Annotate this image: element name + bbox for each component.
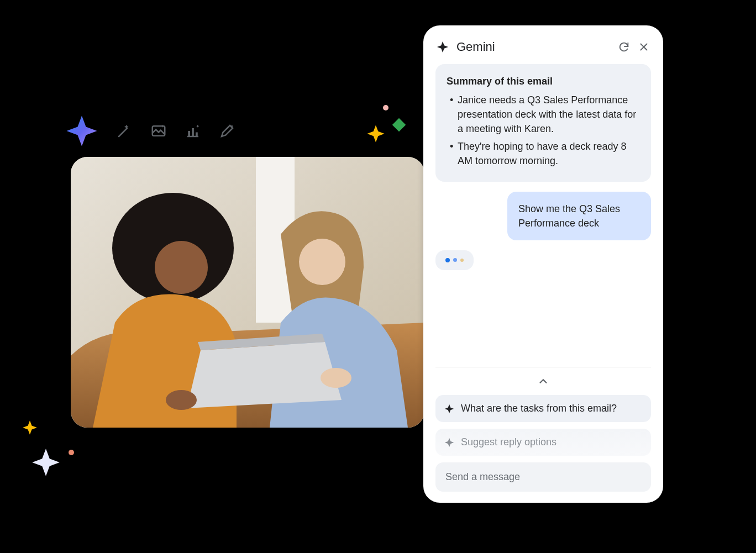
image-sparkle-icon[interactable] [150, 123, 167, 139]
svg-point-12 [383, 105, 389, 110]
summary-item: They're hoping to have a deck ready 8 AM… [447, 139, 640, 168]
panel-body: Summary of this email Janice needs a Q3 … [435, 64, 651, 367]
svg-point-3 [155, 241, 208, 294]
svg-rect-9 [192, 128, 194, 136]
suggestion-reply-options[interactable]: Suggest reply options [435, 429, 651, 456]
suggestion-label: Suggest reply options [461, 436, 556, 448]
coral-dot-icon [69, 450, 74, 455]
user-message-bubble: Show me the Q3 Sales Performance deck [507, 192, 651, 240]
yellow-sparkle-icon [22, 420, 38, 435]
suggestion-tasks[interactable]: What are the tasks from this email? [435, 395, 651, 422]
gemini-panel: Gemini Summary of this email Janice need… [423, 25, 663, 503]
summary-list: Janice needs a Q3 Sales Performance pres… [447, 93, 640, 168]
suggestion-label: What are the tasks from this email? [461, 403, 617, 414]
ai-toolbar [65, 114, 235, 148]
sparkle-icon [65, 114, 98, 148]
typing-indicator [435, 250, 474, 270]
chart-sparkle-icon[interactable] [185, 123, 201, 139]
message-input[interactable]: Send a message [435, 462, 651, 492]
svg-rect-10 [196, 133, 198, 137]
gemini-sparkle-icon [437, 41, 449, 53]
svg-rect-11 [392, 118, 406, 132]
typing-dot [460, 259, 464, 262]
ai-summary-bubble: Summary of this email Janice needs a Q3 … [435, 64, 651, 182]
svg-point-4 [299, 239, 345, 285]
chevron-up-icon[interactable] [537, 375, 549, 387]
svg-point-6 [166, 390, 197, 410]
pink-dot-icon [383, 105, 389, 110]
typing-dot [453, 258, 457, 262]
panel-title: Gemini [456, 40, 610, 54]
input-placeholder: Send a message [445, 471, 520, 482]
sparkle-icon [444, 404, 454, 414]
hero-photo [71, 157, 424, 428]
summary-item: Janice needs a Q3 Sales Performance pres… [447, 93, 640, 136]
magic-wand-icon[interactable] [116, 123, 133, 139]
sparkle-icon [444, 438, 454, 447]
yellow-sparkle-icon [366, 124, 385, 143]
refresh-icon[interactable] [618, 41, 630, 53]
panel-header: Gemini [435, 38, 651, 64]
typing-dot [445, 258, 450, 262]
green-diamond-icon [392, 118, 406, 132]
svg-rect-8 [188, 131, 190, 136]
lavender-sparkle-icon [31, 447, 61, 477]
panel-footer: What are the tasks from this email? Sugg… [435, 367, 651, 492]
svg-point-5 [321, 368, 351, 388]
summary-heading: Summary of this email [447, 74, 640, 88]
svg-point-13 [69, 450, 74, 455]
pencil-sparkle-icon[interactable] [219, 123, 235, 139]
close-icon[interactable] [638, 41, 650, 53]
